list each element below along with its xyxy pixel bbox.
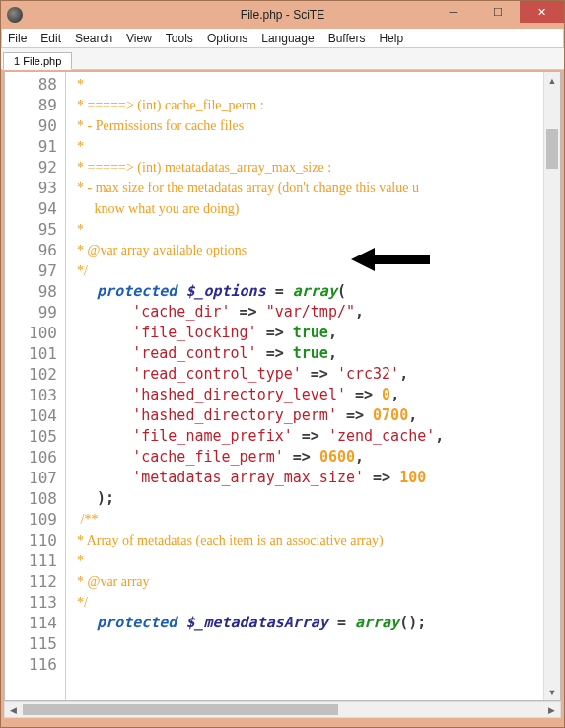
line-number: 97 [5,260,57,281]
menu-view[interactable]: View [126,32,152,45]
code-line[interactable]: 'metadatas_array_max_size' => 100 [70,468,539,488]
code-line[interactable]: * [70,550,539,571]
line-number: 88 [5,74,57,95]
code-line[interactable]: protected $_metadatasArray = array(); [70,613,539,633]
window-controls: ─ ☐ ✕ [431,1,564,23]
code-line[interactable]: 'hashed_directory_perm' => 0700, [70,405,539,426]
code-line[interactable]: 'read_control' => true, [70,343,539,364]
titlebar[interactable]: File.php - SciTE ─ ☐ ✕ [1,1,564,29]
line-number: 113 [5,592,57,613]
line-number: 115 [5,633,57,654]
editor: 8889909192939495969798991001011021031041… [4,71,561,701]
code-line[interactable]: * [70,74,539,95]
scroll-left-icon[interactable]: ◀ [5,702,22,717]
line-number: 94 [5,198,57,219]
menu-tools[interactable]: Tools [166,32,193,45]
code-line[interactable]: 'file_name_prefix' => 'zend_cache', [70,426,539,447]
code-line[interactable]: * @var array [70,571,539,592]
code-line[interactable]: 'hashed_directory_level' => 0, [70,385,539,405]
code-area[interactable]: * * =====> (int) cache_file_perm : * - P… [66,72,543,700]
line-number: 105 [5,426,57,447]
line-number: 104 [5,405,57,426]
code-line[interactable]: */ [70,592,539,613]
line-number: 95 [5,219,57,240]
line-number: 99 [5,302,57,323]
line-number: 108 [5,488,57,509]
tab-file[interactable]: 1 File.php [3,52,72,70]
line-number: 103 [5,385,57,405]
code-line[interactable]: * [70,219,539,240]
scroll-right-icon[interactable]: ▶ [543,702,560,717]
line-number: 102 [5,364,57,385]
horizontal-scrollbar[interactable]: ◀ ▶ [4,701,561,718]
code-line[interactable]: 'cache_dir' => "var/tmp/", [70,302,539,323]
line-number: 107 [5,468,57,488]
line-number: 109 [5,509,57,530]
line-number: 110 [5,530,57,550]
menu-help[interactable]: Help [379,32,403,45]
code-line[interactable]: 'read_control_type' => 'crc32', [70,364,539,385]
line-number: 116 [5,654,57,675]
statusbar [1,719,564,727]
menu-search[interactable]: Search [75,32,112,45]
line-number: 92 [5,157,57,178]
menu-file[interactable]: File [8,32,27,45]
code-line[interactable]: ); [70,488,539,509]
code-line[interactable]: * @var array available options [70,240,539,260]
line-number: 100 [5,323,57,343]
code-line[interactable]: protected $_options = array( [70,281,539,302]
menubar: File Edit Search View Tools Options Lang… [1,29,564,48]
maximize-button[interactable]: ☐ [475,1,520,23]
app-icon [7,7,23,23]
window-title: File.php - SciTE [241,8,324,22]
code-line[interactable]: * [70,136,539,157]
code-line[interactable]: 'cache_file_perm' => 0600, [70,447,539,468]
line-number: 91 [5,136,57,157]
close-button[interactable]: ✕ [520,1,564,23]
code-line[interactable]: know what you are doing) [70,198,539,219]
code-line[interactable]: 'file_locking' => true, [70,323,539,343]
tabbar: 1 File.php [1,48,564,70]
menu-buffers[interactable]: Buffers [328,32,366,45]
code-line[interactable]: * - max size for the metadatas array (do… [70,178,539,198]
line-number: 98 [5,281,57,302]
line-number: 112 [5,571,57,592]
code-line[interactable]: * - Permissions for cache files [70,115,539,136]
line-number: 106 [5,447,57,468]
line-number: 90 [5,115,57,136]
scroll-down-icon[interactable]: ▼ [544,684,560,700]
scroll-thumb-h[interactable] [23,704,338,715]
line-number: 89 [5,95,57,115]
menu-language[interactable]: Language [261,32,314,45]
code-line[interactable]: * Array of metadatas (each item is an as… [70,530,539,550]
code-line[interactable]: * =====> (int) metatadatas_array_max_siz… [70,157,539,178]
line-number: 96 [5,240,57,260]
vertical-scrollbar[interactable]: ▲ ▼ [543,72,560,700]
scroll-thumb-v[interactable] [546,129,558,169]
minimize-button[interactable]: ─ [431,1,475,23]
line-number: 93 [5,178,57,198]
menu-options[interactable]: Options [207,32,247,45]
menu-edit[interactable]: Edit [40,32,61,45]
code-line[interactable]: /** [70,509,539,530]
scroll-up-icon[interactable]: ▲ [544,72,560,89]
line-gutter: 8889909192939495969798991001011021031041… [5,72,66,700]
line-number: 114 [5,613,57,633]
line-number: 101 [5,343,57,364]
code-line[interactable]: */ [70,260,539,281]
line-number: 111 [5,550,57,571]
code-line[interactable]: * =====> (int) cache_file_perm : [70,95,539,115]
